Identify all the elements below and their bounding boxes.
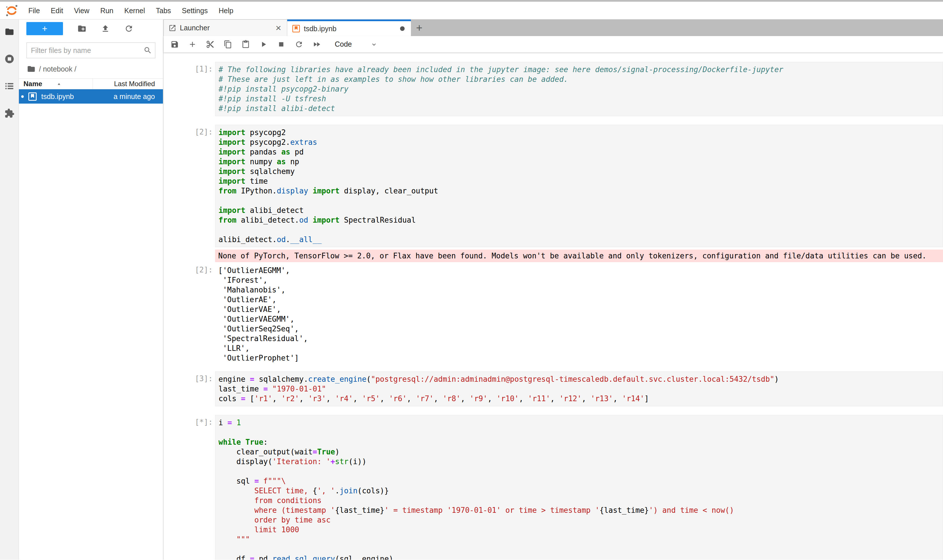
menu-help[interactable]: Help <box>213 2 239 20</box>
notebook-cells: [1]:# The following libraries have alrea… <box>194 62 943 560</box>
column-header-modified[interactable]: Last Modified <box>93 80 163 88</box>
table-of-contents-icon[interactable] <box>5 81 14 91</box>
run-icon[interactable] <box>259 40 268 49</box>
tab-launcher[interactable]: Launcher × <box>164 20 287 36</box>
menu-tabs[interactable]: Tabs <box>150 2 176 20</box>
search-icon <box>144 46 152 55</box>
menu-run[interactable]: Run <box>95 2 119 20</box>
code-line: while True: <box>219 437 943 447</box>
main-dock: Launcher × tsdb.ipynb + <box>164 20 943 560</box>
breadcrumb-path[interactable]: / notebook / <box>39 65 76 73</box>
refresh-icon[interactable] <box>124 24 133 33</box>
code-line: alibi_detect.od.__all__ <box>219 235 943 245</box>
folder-icon[interactable] <box>5 27 14 37</box>
stop-icon[interactable] <box>277 40 286 49</box>
output-area: None of PyTorch, TensorFlow >= 2.0, or F… <box>194 249 943 262</box>
execution-count: [3]: <box>194 371 215 406</box>
menu-settings[interactable]: Settings <box>176 2 213 20</box>
code-line <box>219 225 943 235</box>
output-line: 'OutlierAE', <box>218 295 943 305</box>
code-cell: [3]:engine = sqlalchemy.create_engine("p… <box>194 371 943 406</box>
menu-file[interactable]: File <box>23 2 45 20</box>
chevron-down-icon <box>370 41 378 48</box>
output-line: 'Mahalanobis', <box>218 285 943 295</box>
output-line: 'SpectralResidual', <box>218 334 943 343</box>
home-folder-icon[interactable] <box>27 65 35 73</box>
file-row-tsdb-ipynb[interactable]: tsdb.ipynb a minute ago <box>19 89 163 104</box>
code-line: where (timestamp '{last_time}' = timesta… <box>219 505 943 515</box>
execution-count: [2]: <box>194 125 215 247</box>
save-icon[interactable] <box>170 40 179 49</box>
code-line: #!pip install alibi-detect <box>219 104 943 113</box>
code-line: import psycopg2 <box>219 128 943 137</box>
code-cell: [*]:i = 1 while True: clear_output(wait=… <box>194 415 943 560</box>
code-line <box>219 428 943 437</box>
code-line: cols = ['r1', 'r2', 'r3', 'r4', 'r5', 'r… <box>219 394 943 403</box>
output-line: 'OutlierVAEGMM', <box>218 314 943 324</box>
jupyter-logo-icon <box>5 4 19 17</box>
launcher-icon <box>168 24 176 32</box>
breadcrumb[interactable]: / notebook / <box>19 58 163 78</box>
filter-files-input[interactable] <box>31 46 144 55</box>
code-line: clear_output(wait=True) <box>219 447 943 457</box>
stderr-line: None of PyTorch, TensorFlow >= 2.0, or F… <box>218 251 943 261</box>
output-line: 'OutlierVAE', <box>218 305 943 314</box>
cell-type-value: Code <box>335 40 352 48</box>
output-area: [2]:['OutlierAEGMM', 'IForest', 'Mahalan… <box>194 266 943 363</box>
output-prompt-empty <box>194 249 215 262</box>
cell-editor[interactable]: engine = sqlalchemy.create_engine("postg… <box>215 371 943 406</box>
cell-type-dropdown[interactable]: Code <box>335 40 378 48</box>
output-line: 'OutlierProphet'] <box>218 353 943 363</box>
notebook-icon <box>292 24 300 33</box>
new-launcher-button[interactable]: + <box>26 22 63 35</box>
code-line: import pandas as pd <box>219 147 943 157</box>
code-line: SELECT time, {', '.join(cols)} <box>219 486 943 495</box>
unsaved-changes-dot <box>400 26 404 31</box>
execute-result: ['OutlierAEGMM', 'IForest', 'Mahalanobis… <box>215 266 943 363</box>
restart-kernel-icon[interactable] <box>295 40 303 49</box>
copy-icon[interactable] <box>224 40 232 49</box>
code-line: sql = f"""\ <box>219 476 943 486</box>
code-line: order by time asc <box>219 515 943 525</box>
add-cell-icon[interactable] <box>188 40 197 49</box>
close-tab-icon[interactable]: × <box>274 22 283 34</box>
filter-files-box <box>26 42 156 58</box>
menu-kernel[interactable]: Kernel <box>119 2 150 20</box>
tab-bar: Launcher × tsdb.ipynb + <box>164 20 943 36</box>
code-cell: [2]:import psycopg2import psycopg2.extra… <box>194 125 943 247</box>
tab-tsdb-ipynb[interactable]: tsdb.ipynb <box>287 20 411 36</box>
file-modified: a minute ago <box>113 92 155 101</box>
code-line: import time <box>219 176 943 186</box>
cell-editor[interactable]: import psycopg2import psycopg2.extrasimp… <box>215 125 943 247</box>
code-line: import numpy as np <box>219 157 943 166</box>
sort-ascending-icon <box>56 81 62 87</box>
run-all-icon[interactable] <box>312 40 321 49</box>
code-line: import psycopg2.extras <box>219 137 943 147</box>
extensions-icon[interactable] <box>4 108 15 118</box>
new-tab-button[interactable]: + <box>411 22 428 34</box>
execution-count: [1]: <box>194 62 215 116</box>
new-folder-icon[interactable] <box>77 24 86 33</box>
code-line: last_time = "1970-01-01" <box>219 384 943 394</box>
running-kernels-icon[interactable] <box>4 54 15 64</box>
notebook-scroll-area[interactable]: [1]:# The following libraries have alrea… <box>164 52 943 560</box>
code-line: df = pd.read_sql_query(sql, engine) <box>219 554 943 560</box>
upload-icon[interactable] <box>101 24 110 33</box>
paste-icon[interactable] <box>241 40 250 49</box>
code-line: display('Iteration: '+str(i)) <box>219 457 943 466</box>
code-line: i = 1 <box>219 418 943 428</box>
stderr-output: None of PyTorch, TensorFlow >= 2.0, or F… <box>215 249 943 262</box>
menu-view[interactable]: View <box>68 2 95 20</box>
cut-icon[interactable] <box>206 40 215 49</box>
menu-edit[interactable]: Edit <box>45 2 68 20</box>
cell-editor[interactable]: i = 1 while True: clear_output(wait=True… <box>215 415 943 560</box>
menu-bar: File Edit View Run Kernel Tabs Settings … <box>0 2 943 20</box>
column-header-name[interactable]: Name <box>19 79 93 89</box>
code-line: import sqlalchemy <box>219 166 943 176</box>
notebook-file-icon <box>28 92 37 101</box>
code-cell: [1]:# The following libraries have alrea… <box>194 62 943 116</box>
code-line <box>219 544 943 554</box>
cell-editor[interactable]: # The following libraries have already b… <box>215 62 943 116</box>
tab-tsdb-label: tsdb.ipynb <box>304 25 400 33</box>
running-status-dot <box>21 95 24 98</box>
